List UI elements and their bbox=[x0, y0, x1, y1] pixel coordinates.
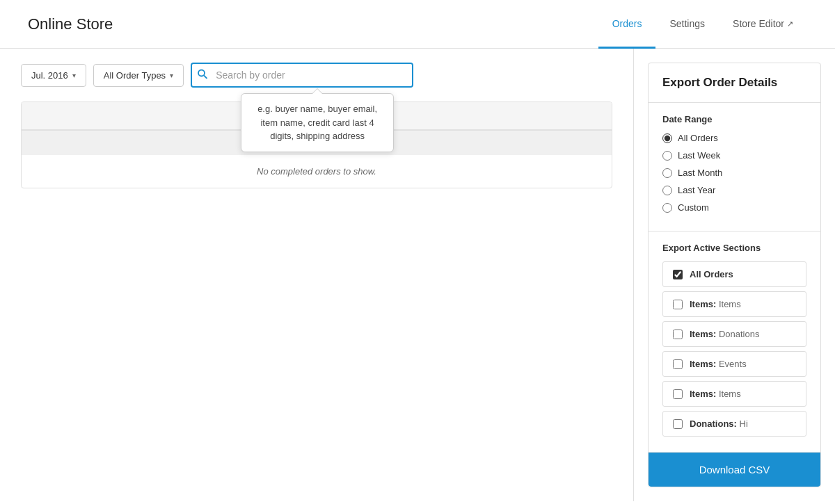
active-sections-label: Export Active Sections bbox=[662, 243, 806, 253]
month-filter-button[interactable]: Jul. 2016 ▾ bbox=[21, 64, 86, 87]
checkbox-items-donations-input[interactable] bbox=[673, 330, 683, 339]
checkbox-items-items-label: Items: Items bbox=[690, 299, 741, 309]
filters-row: Jul. 2016 ▾ All Order Types ▾ e.g. buyer… bbox=[21, 63, 612, 88]
checkbox-items-items[interactable]: Items: Items bbox=[662, 291, 806, 317]
radio-custom-label: Custom bbox=[678, 202, 709, 213]
store-editor-label: Store Editor bbox=[733, 18, 784, 29]
month-filter-label: Jul. 2016 bbox=[31, 70, 68, 81]
radio-last-year-label: Last Year bbox=[678, 185, 715, 195]
radio-custom[interactable]: Custom bbox=[662, 202, 806, 213]
date-range-label: Date Range bbox=[662, 114, 806, 124]
radio-last-month-label: Last Month bbox=[678, 168, 722, 178]
checkbox-items-events-input[interactable] bbox=[673, 359, 683, 369]
right-panel: Export Order Details Date Range All Orde… bbox=[633, 49, 835, 501]
radio-all-orders-input[interactable] bbox=[662, 133, 672, 143]
order-types-filter-button[interactable]: All Order Types ▾ bbox=[93, 64, 184, 87]
radio-last-month[interactable]: Last Month bbox=[662, 168, 806, 178]
nav-settings[interactable]: Settings bbox=[655, 1, 719, 49]
export-title: Export Order Details bbox=[649, 63, 820, 103]
radio-all-orders[interactable]: All Orders bbox=[662, 133, 806, 143]
app-title: Online Store bbox=[28, 15, 113, 33]
checkbox-all-orders[interactable]: All Orders bbox=[662, 261, 806, 287]
external-link-icon: ↗ bbox=[787, 19, 793, 29]
radio-last-week-label: Last Week bbox=[678, 150, 720, 161]
search-icon bbox=[198, 70, 207, 81]
radio-last-week-input[interactable] bbox=[662, 151, 672, 161]
order-types-arrow: ▾ bbox=[170, 72, 173, 79]
download-csv-button[interactable]: Download CSV bbox=[649, 453, 820, 487]
checkbox-items-events-label: Items: Events bbox=[690, 359, 747, 369]
checkbox-all-orders-label: All Orders bbox=[690, 269, 733, 279]
checkbox-all-orders-input[interactable] bbox=[673, 270, 683, 279]
search-wrapper: e.g. buyer name, buyer email, item name,… bbox=[191, 63, 413, 88]
checkbox-items-items2-label: Items: Items bbox=[690, 389, 741, 399]
search-input[interactable] bbox=[191, 63, 413, 88]
radio-last-week[interactable]: Last Week bbox=[662, 150, 806, 161]
radio-last-year[interactable]: Last Year bbox=[662, 185, 806, 195]
checkbox-items-donations[interactable]: Items: Donations bbox=[662, 321, 806, 347]
checkbox-items-donations-label: Items: Donations bbox=[690, 329, 759, 339]
month-filter-arrow: ▾ bbox=[72, 72, 76, 79]
radio-all-orders-label: All Orders bbox=[678, 133, 718, 143]
completed-empty-message: No completed orders to show. bbox=[22, 155, 612, 188]
radio-last-month-input[interactable] bbox=[662, 168, 672, 178]
checkbox-donations-hi[interactable]: Donations: Hi bbox=[662, 411, 806, 437]
checkbox-items-items2-input[interactable] bbox=[673, 389, 683, 399]
nav-store-editor[interactable]: Store Editor ↗ bbox=[719, 1, 807, 49]
checkbox-items-events[interactable]: Items: Events bbox=[662, 351, 806, 377]
svg-line-1 bbox=[204, 76, 207, 79]
checkbox-donations-hi-input[interactable] bbox=[673, 419, 683, 429]
date-range-section: Date Range All Orders Last Week Last Mon… bbox=[649, 103, 820, 231]
checkbox-items-items2[interactable]: Items: Items bbox=[662, 381, 806, 407]
nav-orders[interactable]: Orders bbox=[598, 1, 656, 49]
checkbox-items-items-input[interactable] bbox=[673, 300, 683, 309]
radio-custom-input[interactable] bbox=[662, 203, 672, 213]
checkbox-donations-hi-label: Donations: Hi bbox=[690, 418, 748, 429]
search-tooltip: e.g. buyer name, buyer email, item name,… bbox=[241, 93, 394, 152]
export-panel: Export Order Details Date Range All Orde… bbox=[648, 63, 821, 487]
main-nav: Orders Settings Store Editor ↗ bbox=[598, 0, 807, 48]
radio-last-year-input[interactable] bbox=[662, 186, 672, 195]
order-types-filter-label: All Order Types bbox=[104, 70, 166, 81]
export-active-sections: Export Active Sections All Orders Items:… bbox=[649, 231, 820, 453]
